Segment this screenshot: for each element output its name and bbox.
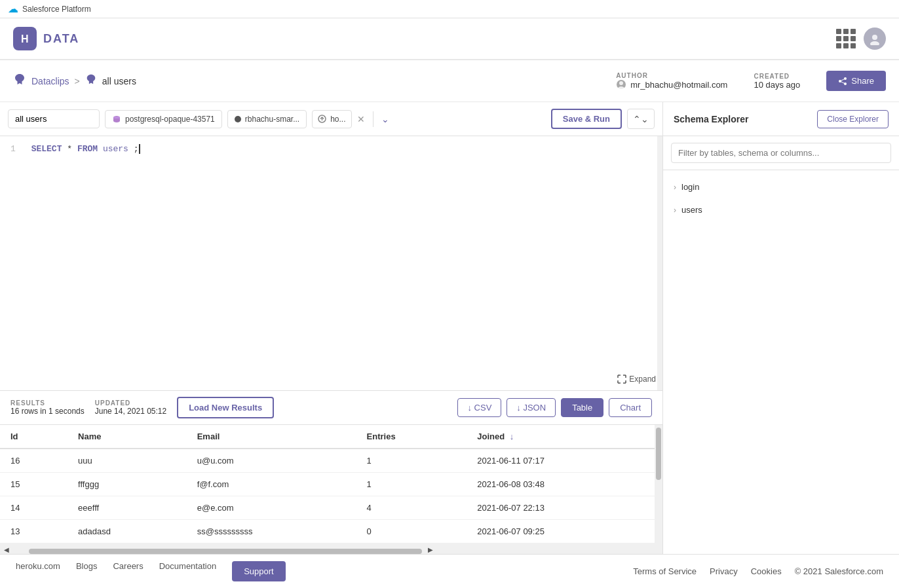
sql-cursor	[139, 144, 140, 154]
cell-entries: 1	[356, 449, 467, 473]
footer-cookies-link[interactable]: Cookies	[751, 566, 782, 576]
breadcrumb-dataclips-link[interactable]: Dataclips	[31, 76, 69, 86]
schema-items: ›login›users	[663, 170, 899, 227]
schema-search-area	[663, 136, 899, 170]
footer-careers-link[interactable]: Careers	[113, 561, 143, 581]
chart-view-button[interactable]: Chart	[609, 398, 652, 417]
clip-name-input[interactable]	[8, 109, 100, 128]
table-row: 14eeefffe@e.com42021-06-07 22:13	[0, 496, 662, 520]
sort-arrow-icon: ↓	[510, 432, 514, 441]
footer-privacy-link[interactable]: Privacy	[710, 566, 738, 576]
cell-entries: 0	[356, 520, 467, 543]
table-scrollbar-h[interactable]: ◀ ▶	[0, 543, 662, 554]
schema-search-input[interactable]	[671, 143, 891, 163]
share-button[interactable]: Share	[826, 71, 886, 91]
svg-point-3	[870, 41, 879, 45]
cell-name: uuu	[67, 449, 187, 473]
schema-item-name: users	[681, 205, 702, 215]
footer-blogs-link[interactable]: Blogs	[76, 561, 98, 581]
toolbar-right: Save & Run ⌃⌄	[551, 109, 655, 129]
created-block: CREATED 10 days ago	[754, 73, 800, 90]
copyright-text: © 2021 Salesforce.com	[795, 566, 883, 576]
main-area: postgresql-opaque-43571 rbhachu-smar... …	[0, 102, 899, 554]
sql-keyword-from: FROM	[77, 144, 98, 154]
results-meta: RESULTS 16 rows in 1 seconds	[10, 399, 85, 416]
schema-close-icon[interactable]: ✕	[357, 114, 365, 124]
schema-dot-icon	[235, 116, 241, 122]
cell-id: 14	[0, 496, 67, 520]
footer-tos-link[interactable]: Terms of Service	[633, 566, 697, 576]
chevron-right-icon: ›	[674, 183, 676, 192]
data-table: Id Name Email Entries Joined ↓ 16uuuu@u.…	[0, 425, 662, 543]
schema-item[interactable]: ›login	[663, 175, 899, 198]
sql-editor[interactable]: 1 SELECT * FROM users ; Expand	[0, 136, 662, 390]
schema-item[interactable]: ›users	[663, 198, 899, 221]
heroku-title: DATA	[43, 32, 79, 46]
chevron-right-icon: ›	[674, 206, 676, 215]
cell-name: eeefff	[67, 496, 187, 520]
cell-entries: 1	[356, 473, 467, 496]
cell-email: u@u.com	[187, 449, 356, 473]
toggle-button[interactable]: ⌃⌄	[627, 109, 655, 129]
support-button[interactable]: Support	[232, 561, 286, 581]
table-view-button[interactable]: Table	[561, 398, 603, 417]
col-header-email: Email	[187, 425, 356, 449]
svg-point-2	[872, 35, 877, 40]
close-explorer-button[interactable]: Close Explorer	[817, 110, 889, 128]
cell-joined: 2021-06-08 03:48	[467, 473, 662, 496]
db-icon	[112, 115, 121, 124]
heroku-header: H DATA	[0, 18, 899, 60]
heroku-header-right	[836, 28, 886, 50]
toolbar-chevron-icon[interactable]: ⌄	[381, 114, 389, 124]
author-avatar-icon	[616, 79, 626, 90]
breadcrumb-current: all users	[102, 76, 136, 86]
scrollbar-thumb	[29, 549, 422, 554]
cell-name: fffggg	[67, 473, 187, 496]
user-avatar[interactable]	[864, 28, 886, 50]
table-scroll-v[interactable]	[655, 425, 662, 543]
json-download-button[interactable]: ↓ JSON	[507, 398, 556, 417]
col-header-joined[interactable]: Joined ↓	[467, 425, 662, 449]
results-right: ↓ CSV ↓ JSON Table Chart	[457, 398, 652, 417]
cell-email: ss@sssssssss	[187, 520, 356, 543]
schema-selector[interactable]: rbhachu-smar...	[227, 110, 307, 128]
editor-scrollbar[interactable]	[657, 136, 662, 390]
salesforce-platform-label: Salesforce Platform	[22, 5, 91, 14]
cell-id: 15	[0, 473, 67, 496]
csv-download-button[interactable]: ↓ CSV	[457, 398, 501, 417]
cell-id: 13	[0, 520, 67, 543]
footer-left: heroku.com Blogs Careers Documentation S…	[16, 561, 286, 581]
data-table-container[interactable]: Id Name Email Entries Joined ↓ 16uuuu@u.…	[0, 425, 662, 543]
footer-docs-link[interactable]: Documentation	[159, 561, 216, 581]
footer-heroku-link[interactable]: heroku.com	[16, 561, 60, 581]
editor-line-1: 1 SELECT * FROM users ;	[10, 144, 652, 154]
dataclips-icon	[13, 73, 26, 89]
table-header: Id Name Email Entries Joined ↓	[0, 425, 662, 449]
svg-line-10	[840, 79, 845, 81]
schema-title: Schema Explorer	[674, 114, 748, 124]
breadcrumb-bar: Dataclips > all users AUTHOR mr_bhachu@h…	[0, 60, 899, 102]
cell-id: 16	[0, 449, 67, 473]
breadcrumb-separator: >	[75, 76, 80, 86]
table-row: 16uuuu@u.com12021-06-11 07:17	[0, 449, 662, 473]
expand-button[interactable]: Expand	[617, 375, 656, 384]
save-run-button[interactable]: Save & Run	[551, 109, 622, 129]
database-selector[interactable]: postgresql-opaque-43571	[105, 110, 222, 128]
created-value: 10 days ago	[754, 80, 800, 90]
load-new-results-button[interactable]: Load New Results	[177, 397, 274, 418]
heroku-logo-area: H DATA	[13, 27, 79, 50]
scroll-right-icon[interactable]: ▶	[424, 543, 437, 554]
grid-icon[interactable]	[836, 29, 856, 48]
schema-tag[interactable]: ho...	[312, 110, 351, 128]
results-toolbar: RESULTS 16 rows in 1 seconds UPDATED Jun…	[0, 391, 662, 425]
editor-panel: postgresql-opaque-43571 rbhachu-smar... …	[0, 102, 663, 554]
cell-joined: 2021-06-07 22:13	[467, 496, 662, 520]
breadcrumb: Dataclips > all users	[13, 73, 136, 89]
table-scroll-thumb	[656, 428, 661, 480]
svg-line-11	[840, 81, 845, 84]
scroll-left-icon[interactable]: ◀	[0, 543, 13, 554]
author-label: AUTHOR	[616, 72, 727, 79]
updated-block: UPDATED June 14, 2021 05:12	[95, 399, 166, 416]
sql-keyword-select: SELECT	[31, 144, 62, 154]
results-count: 16 rows in 1 seconds	[10, 407, 85, 416]
